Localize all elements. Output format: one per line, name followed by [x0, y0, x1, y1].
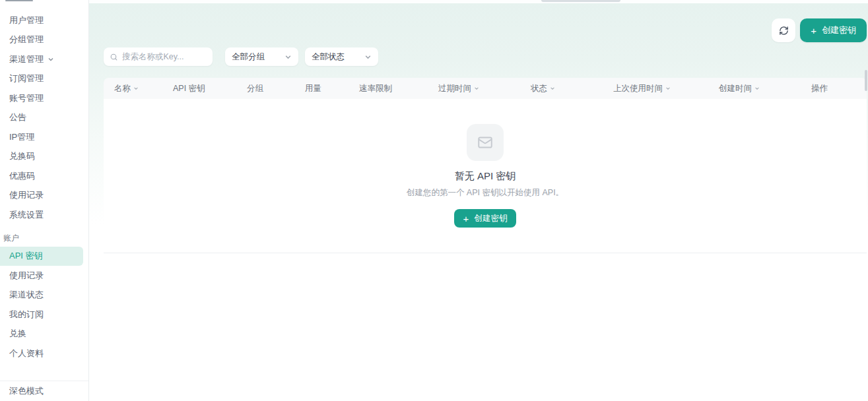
main-top-strip	[89, 0, 868, 3]
sidebar-item-system-settings[interactable]: 系统设置	[0, 205, 88, 225]
dark-mode-toggle[interactable]: 深色模式	[0, 381, 88, 401]
group-filter-select[interactable]: 全部分组	[225, 47, 298, 66]
app-root: 用户管理 分组管理 渠道管理 订阅管理 账号管理 公告 IP管理 兑换码 优惠码…	[0, 0, 868, 401]
empty-state-create-key-button[interactable]: + 创建密钥	[454, 209, 517, 228]
sidebar-item-label: 账号管理	[9, 92, 44, 104]
sidebar-item-label: 个人资料	[9, 348, 44, 359]
sidebar-item-label: IP管理	[9, 131, 34, 143]
column-header-expiry[interactable]: 过期时间	[438, 83, 531, 94]
search-box	[104, 47, 213, 66]
column-label: 过期时间	[438, 83, 471, 94]
column-header-status[interactable]: 状态	[531, 83, 613, 94]
sidebar-footer: 深色模式	[0, 381, 88, 401]
sidebar-top-cut-element	[5, 0, 33, 1]
create-key-label: 创建密钥	[822, 24, 856, 36]
sidebar-item-channel-management[interactable]: 渠道管理	[0, 49, 88, 69]
column-header-api-key: API 密钥	[173, 83, 247, 94]
chevron-down-icon	[284, 53, 292, 61]
sidebar-item-user-management[interactable]: 用户管理	[0, 11, 88, 30]
sidebar-nav: 用户管理 分组管理 渠道管理 订阅管理 账号管理 公告 IP管理 兑换码 优惠码…	[0, 0, 88, 363]
empty-state-icon-box	[467, 124, 504, 161]
toolbar: + 创建密钥	[104, 18, 867, 42]
chevron-down-icon	[48, 56, 54, 63]
column-header-rate-limit: 速率限制	[359, 83, 438, 94]
sidebar-item-label: 渠道管理	[9, 53, 44, 65]
column-label: API 密钥	[173, 83, 205, 94]
column-header-last-used[interactable]: 上次使用时间	[613, 83, 719, 94]
vertical-scrollbar-thumb[interactable]	[865, 70, 867, 91]
column-header-name[interactable]: 名称	[104, 83, 173, 94]
search-icon	[110, 53, 118, 61]
group-filter-value: 全部分组	[232, 51, 265, 63]
sort-chevron-icon	[133, 86, 139, 91]
empty-state-title: 暂无 API 密钥	[455, 170, 516, 183]
filter-bar: 全部分组 全部状态	[104, 47, 867, 66]
refresh-button[interactable]	[772, 18, 795, 42]
column-header-usage: 用量	[305, 83, 359, 94]
column-header-group: 分组	[247, 83, 305, 94]
sidebar: 用户管理 分组管理 渠道管理 订阅管理 账号管理 公告 IP管理 兑换码 优惠码…	[0, 0, 89, 401]
chevron-down-icon	[364, 53, 372, 61]
sidebar-item-label: API 密钥	[9, 250, 43, 262]
sidebar-item-ip-management[interactable]: IP管理	[0, 127, 88, 147]
sidebar-item-label: 分组管理	[9, 34, 44, 46]
status-filter-select[interactable]: 全部状态	[305, 47, 378, 66]
plus-icon: +	[463, 214, 469, 224]
create-key-button[interactable]: + 创建密钥	[800, 18, 867, 42]
sidebar-section-account: 账户	[0, 233, 88, 244]
column-label: 速率限制	[359, 83, 392, 94]
search-input[interactable]	[122, 52, 207, 61]
sort-chevron-icon	[474, 86, 479, 91]
refresh-icon	[779, 26, 789, 36]
sidebar-item-label: 兑换	[9, 328, 26, 340]
sidebar-item-subscription-management[interactable]: 订阅管理	[0, 69, 88, 89]
sidebar-item-account-management[interactable]: 账号管理	[0, 88, 88, 108]
sidebar-item-coupon-code[interactable]: 优惠码	[0, 166, 88, 186]
sidebar-item-redeem[interactable]: 兑换	[0, 324, 88, 344]
column-header-created[interactable]: 创建时间	[719, 83, 811, 94]
sidebar-item-label: 优惠码	[9, 170, 35, 182]
plus-icon: +	[811, 26, 817, 36]
sidebar-item-redemption-code[interactable]: 兑换码	[0, 147, 88, 167]
status-filter-value: 全部状态	[312, 51, 345, 63]
mail-icon	[477, 134, 494, 151]
empty-state-subtitle: 创建您的第一个 API 密钥以开始使用 API。	[407, 187, 564, 199]
column-label: 状态	[531, 83, 547, 94]
sidebar-item-label: 兑换码	[9, 150, 35, 162]
sidebar-item-label: 我的订阅	[9, 309, 44, 321]
sidebar-item-group-management[interactable]: 分组管理	[0, 30, 88, 50]
sidebar-item-profile[interactable]: 个人资料	[0, 344, 88, 363]
sidebar-item-usage-log-admin[interactable]: 使用记录	[0, 186, 88, 206]
column-label: 用量	[305, 83, 321, 94]
sidebar-item-label: 订阅管理	[9, 73, 44, 84]
api-keys-table: 名称 API 密钥 分组 用量 速率限制 过期时间 状态 上次使用时间	[104, 78, 867, 253]
sidebar-item-api-keys[interactable]: API 密钥	[0, 247, 83, 266]
table-header-row: 名称 API 密钥 分组 用量 速率限制 过期时间 状态 上次使用时间	[104, 78, 867, 99]
sidebar-item-label: 系统设置	[9, 209, 44, 221]
column-header-actions: 操作	[811, 83, 867, 94]
sidebar-item-announcement[interactable]: 公告	[0, 108, 88, 128]
sort-chevron-icon	[754, 86, 760, 91]
main-content: + 创建密钥 全部分组 全部状态 名称	[89, 0, 868, 401]
column-label: 名称	[114, 83, 131, 94]
sidebar-item-label: 渠道状态	[9, 289, 44, 301]
sort-chevron-icon	[550, 86, 555, 91]
sidebar-item-label: 用户管理	[9, 15, 44, 26]
dark-mode-label: 深色模式	[9, 385, 44, 397]
table-empty-state: 暂无 API 密钥 创建您的第一个 API 密钥以开始使用 API。 + 创建密…	[104, 99, 867, 253]
sort-chevron-icon	[665, 86, 671, 91]
create-key-label: 创建密钥	[474, 213, 507, 224]
sidebar-item-channel-status[interactable]: 渠道状态	[0, 286, 88, 305]
sidebar-item-usage-log[interactable]: 使用记录	[0, 266, 88, 286]
sidebar-item-label: 使用记录	[9, 270, 44, 282]
column-label: 创建时间	[719, 83, 752, 94]
sidebar-item-my-subscriptions[interactable]: 我的订阅	[0, 305, 88, 324]
column-label: 上次使用时间	[613, 83, 663, 94]
column-label: 分组	[247, 83, 263, 94]
column-label: 操作	[811, 83, 828, 94]
sidebar-item-label: 使用记录	[9, 189, 44, 201]
sidebar-item-label: 公告	[9, 111, 26, 123]
top-cut-element	[541, 0, 620, 2]
